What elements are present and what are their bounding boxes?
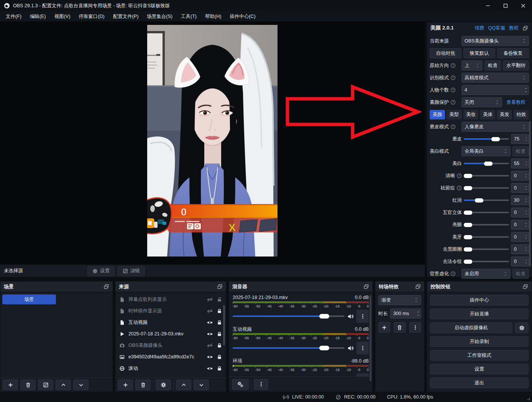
spinner-arrows-icon[interactable] [524, 259, 528, 264]
speaker-icon[interactable] [347, 313, 354, 320]
add-scene-button[interactable] [3, 379, 18, 390]
tab-hair[interactable]: 美发 [497, 110, 512, 119]
source-row[interactable]: OBS美颜摄像头 [115, 340, 226, 351]
mixer-menu-button[interactable] [254, 379, 268, 390]
source-row[interactable]: 时钟插件显示源 [115, 305, 226, 317]
popout-icon[interactable] [103, 284, 109, 289]
menu-tools[interactable]: 工具(T) [177, 11, 201, 21]
teeth-slider[interactable] [464, 232, 509, 242]
lock-icon[interactable] [217, 320, 222, 325]
speaker-icon[interactable] [347, 345, 354, 351]
eye-icon[interactable] [207, 365, 213, 372]
current-source-select[interactable]: OBS美颜摄像头 [461, 36, 529, 46]
slider-value-box[interactable]: 75 [511, 134, 529, 144]
orientation-select[interactable]: 上 [461, 60, 483, 70]
makeup-protect-select[interactable]: 关闭 [461, 97, 502, 107]
volume-slider[interactable] [233, 312, 345, 321]
minimize-button[interactable] [479, 0, 497, 11]
bright-eyes-slider[interactable] [464, 220, 509, 230]
source-filters-button[interactable]: 滤镜 [118, 266, 145, 276]
transition-select[interactable]: 渐变 [378, 295, 421, 305]
duration-spinner[interactable]: 300 ms [390, 309, 421, 319]
eye-slash-icon[interactable] [207, 308, 213, 314]
spinner-arrows-icon[interactable] [524, 173, 528, 178]
channel-menu-button[interactable] [356, 373, 369, 376]
start-recording-button[interactable]: 开始录制 [430, 336, 529, 347]
tab-beauty[interactable]: 美颜 [430, 110, 445, 119]
settings-button[interactable]: 设置 [430, 364, 529, 374]
sources-scrollbar[interactable] [223, 305, 225, 345]
lock-icon[interactable] [217, 366, 222, 371]
menu-plugin-center[interactable]: 插件中心(C) [225, 11, 259, 21]
source-row[interactable]: e394502df49aa5fc2a99cd2e7c [115, 351, 226, 363]
whiten-mode-select[interactable]: 全局美白 [461, 146, 511, 156]
channel-menu-button[interactable] [356, 342, 369, 355]
tutorial-link[interactable]: 教程 [509, 25, 519, 31]
spinner-arrows-icon[interactable] [416, 310, 420, 317]
mixer-scrollbar[interactable] [369, 295, 371, 381]
help-icon[interactable] [450, 63, 456, 68]
help-icon[interactable] [450, 75, 456, 80]
scene-up-button[interactable] [56, 379, 71, 390]
tab-effects[interactable]: 特效 [514, 110, 529, 119]
popout-icon[interactable] [522, 25, 528, 31]
help-icon[interactable] [450, 87, 456, 93]
help-icon[interactable] [450, 271, 456, 276]
exit-button[interactable]: 退出 [430, 377, 529, 388]
source-row[interactable]: 互动视频 [115, 317, 226, 328]
close-button[interactable] [514, 0, 532, 11]
scene-item-selected[interactable]: 场景 [2, 294, 56, 304]
remove-transition-button[interactable] [394, 322, 406, 333]
resize-grip[interactable] [524, 395, 530, 401]
bg-blur-select[interactable]: 未启用 [461, 269, 511, 279]
menu-scene-collection[interactable]: 场景集合(S) [143, 11, 177, 21]
whiten-check-button[interactable]: 检查 [512, 146, 529, 156]
tab-reshape[interactable]: 美型 [447, 110, 462, 119]
remove-source-button[interactable] [135, 379, 151, 390]
slider-value-box[interactable]: 55 [511, 159, 529, 168]
help-icon[interactable] [450, 100, 456, 105]
eye-slash-icon[interactable] [207, 342, 213, 349]
source-row[interactable]: 弹幕点歌列表显示 [115, 294, 226, 305]
slider-value-box[interactable]: 0 [511, 208, 529, 217]
recognition-select[interactable]: 高精度模式 [461, 73, 529, 83]
backup-restore-button[interactable]: 备份恢复 [497, 48, 529, 58]
menu-help[interactable]: 帮助(H) [201, 11, 225, 21]
source-properties-button[interactable] [156, 379, 171, 390]
face-3d-slider[interactable] [464, 208, 509, 217]
tab-makeup[interactable]: 美妆 [463, 110, 479, 119]
restore-default-button[interactable]: 恢复默认 [463, 48, 495, 58]
slider-value-box[interactable]: 30 [511, 195, 529, 205]
menu-view[interactable]: 视图(V) [50, 11, 75, 21]
menu-docks[interactable]: 停靠窗口(D) [74, 11, 108, 21]
scene-down-button[interactable] [73, 379, 89, 390]
view-tutorial-link[interactable]: 查看教程 [506, 99, 525, 106]
smooth-slider[interactable] [464, 134, 509, 144]
person-count-spinner[interactable]: 4 [461, 85, 529, 95]
slider-value-box[interactable]: 0 [511, 220, 529, 230]
blemish-slider[interactable] [464, 183, 509, 193]
spinner-arrows-icon[interactable] [524, 87, 528, 93]
help-icon[interactable] [456, 185, 462, 191]
help-icon[interactable] [450, 124, 456, 129]
whiten-slider[interactable] [464, 159, 509, 168]
bg-blur-check-button[interactable]: 检查 [512, 269, 529, 279]
spinner-arrows-icon[interactable] [524, 247, 528, 252]
source-properties-button[interactable]: 设置 [87, 266, 115, 276]
spinner-arrows-icon[interactable] [524, 185, 528, 191]
popout-icon[interactable] [415, 284, 421, 289]
slider-value-box[interactable]: 0 [511, 244, 529, 254]
slider-value-box[interactable]: 0 [511, 257, 529, 266]
spinner-arrows-icon[interactable] [524, 136, 528, 142]
start-streaming-button[interactable]: 开始直播 [430, 309, 529, 319]
menu-file[interactable]: 文件(F) [2, 11, 26, 21]
qq-support-link[interactable]: QQ客服 [488, 25, 505, 31]
slider-value-box[interactable]: 0 [511, 171, 529, 181]
dark-circles-slider[interactable] [464, 244, 509, 254]
popout-icon[interactable] [363, 284, 369, 289]
plugin-center-button[interactable]: 插件中心 [430, 295, 529, 306]
nasolabial-slider[interactable] [464, 257, 509, 266]
spinner-arrows-icon[interactable] [524, 198, 528, 203]
studio-mode-button[interactable]: 工作室模式 [430, 350, 529, 361]
eye-icon[interactable] [207, 354, 213, 360]
